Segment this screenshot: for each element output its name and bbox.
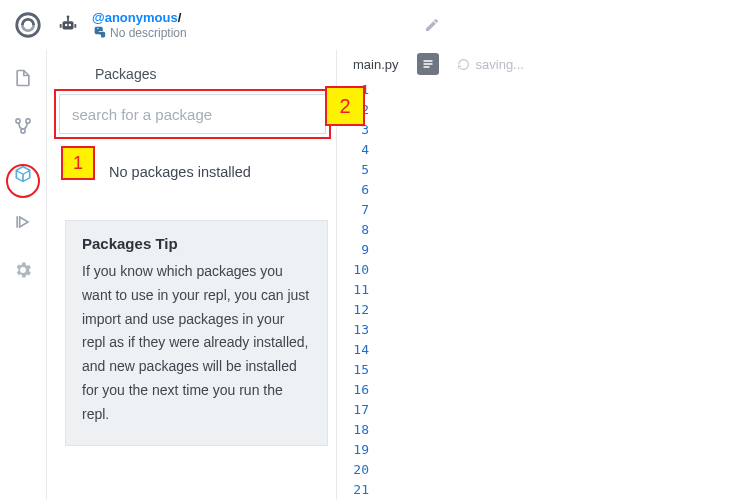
svg-point-3 (69, 24, 71, 26)
svg-rect-7 (74, 24, 76, 28)
tip-body: If you know which packages you want to u… (82, 260, 311, 427)
tab-indicator-icon[interactable] (417, 53, 439, 75)
version-control-tab[interactable] (9, 112, 37, 140)
svg-rect-6 (60, 24, 62, 28)
empty-state-text: No packages installed (65, 162, 328, 180)
svg-point-9 (16, 119, 20, 123)
svg-rect-4 (67, 18, 69, 22)
callout-2: 2 (325, 86, 365, 126)
svg-rect-1 (63, 21, 74, 29)
svg-rect-15 (423, 66, 429, 68)
line-gutter: 123456789101112131415161718192021 (337, 78, 377, 500)
package-search-input[interactable] (59, 94, 326, 134)
username-link[interactable]: @anonymous/ (92, 10, 187, 26)
svg-point-5 (67, 15, 70, 18)
app-logo[interactable] (12, 9, 44, 41)
svg-rect-14 (423, 63, 432, 65)
callout-1: 1 (61, 146, 95, 180)
python-icon (92, 26, 106, 40)
svg-point-8 (97, 28, 98, 29)
saving-status: saving... (457, 57, 524, 72)
svg-point-0 (17, 14, 40, 37)
svg-point-2 (65, 24, 67, 26)
code-area[interactable] (377, 78, 732, 500)
files-tab[interactable] (9, 64, 37, 92)
edit-icon[interactable] (424, 17, 440, 33)
svg-point-10 (26, 119, 30, 123)
tip-title: Packages Tip (82, 235, 311, 252)
settings-tab[interactable] (9, 256, 37, 284)
debugger-tab[interactable] (9, 208, 37, 236)
robot-icon (54, 11, 82, 39)
panel-title: Packages (59, 62, 326, 88)
packages-tip: Packages Tip If you know which packages … (65, 220, 328, 446)
svg-rect-13 (423, 60, 432, 62)
description: No description (92, 26, 187, 40)
active-tab-highlight (6, 164, 40, 198)
filename-tab[interactable]: main.py (353, 57, 399, 72)
